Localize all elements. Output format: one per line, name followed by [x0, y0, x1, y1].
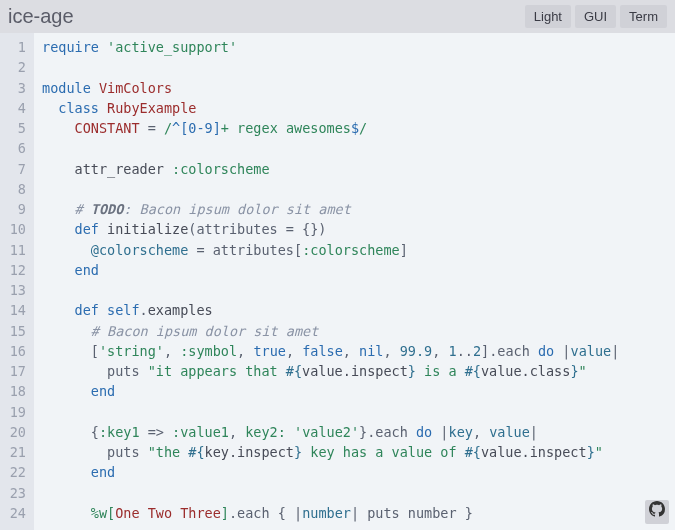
- code-line[interactable]: end: [42, 381, 619, 401]
- code-line[interactable]: [42, 138, 619, 158]
- token-punc: ..: [457, 343, 473, 359]
- code-line[interactable]: attr_reader :colorscheme: [42, 159, 619, 179]
- token-str: "the: [148, 444, 189, 460]
- token-kw: true: [253, 343, 286, 359]
- token-punc: = attributes[: [188, 242, 302, 258]
- code-line[interactable]: [42, 179, 619, 199]
- light-button[interactable]: Light: [525, 5, 571, 28]
- token-rgx: /: [164, 120, 172, 136]
- code-line[interactable]: def self.examples: [42, 300, 619, 320]
- token-punc: [42, 464, 91, 480]
- line-number: 17: [4, 361, 26, 381]
- token-punc: [42, 161, 75, 177]
- code-line[interactable]: %w[One Two Three].each { |number| puts n…: [42, 503, 619, 523]
- code-line[interactable]: puts "it appears that #{value.inspect} i…: [42, 361, 619, 381]
- code-line[interactable]: {:key1 => :value1, key2: 'value2'}.each …: [42, 422, 619, 442]
- token-punc: [42, 120, 75, 136]
- token-const: VimColors: [99, 80, 172, 96]
- token-punc: [99, 221, 107, 237]
- line-number: 13: [4, 280, 26, 300]
- token-rgx: ]: [221, 505, 229, 521]
- token-punc: [: [42, 343, 99, 359]
- code-line[interactable]: end: [42, 260, 619, 280]
- token-punc: ,: [343, 343, 359, 359]
- code-line[interactable]: end: [42, 462, 619, 482]
- code-line[interactable]: module VimColors: [42, 78, 619, 98]
- code-line[interactable]: [42, 402, 619, 422]
- token-rgxcl: ^[0-9]: [172, 120, 221, 136]
- token-rgxcl: $: [351, 120, 359, 136]
- token-punc: [42, 505, 91, 521]
- token-interp: }: [408, 363, 416, 379]
- code-line[interactable]: [42, 57, 619, 77]
- token-punc: (attributes = {}): [188, 221, 326, 237]
- token-kw: self: [107, 302, 140, 318]
- line-number: 2: [4, 57, 26, 77]
- github-icon: [649, 501, 665, 522]
- code-editor[interactable]: 123456789101112131415161718192021222324 …: [0, 33, 675, 530]
- code-line[interactable]: puts "the #{key.inspect} key has a value…: [42, 442, 619, 462]
- line-number: 7: [4, 159, 26, 179]
- token-sym: :key1: [99, 424, 140, 440]
- token-kw: class: [58, 100, 99, 116]
- code-line[interactable]: CONSTANT = /^[0-9]+ regex awesomes$/: [42, 118, 619, 138]
- token-todo: TODO: [91, 201, 124, 217]
- code-line[interactable]: [42, 280, 619, 300]
- code-line[interactable]: @colorscheme = attributes[:colorscheme]: [42, 240, 619, 260]
- token-const: One Two Three: [115, 505, 221, 521]
- line-number: 18: [4, 381, 26, 401]
- token-cmt: : Bacon ipsum dolor sit amet: [123, 201, 351, 217]
- line-number: 22: [4, 462, 26, 482]
- token-kw: nil: [359, 343, 383, 359]
- token-punc: {: [42, 424, 99, 440]
- token-kw: end: [91, 464, 115, 480]
- token-var: number: [302, 505, 351, 521]
- token-pipe: |: [351, 505, 359, 521]
- token-punc: ,: [286, 343, 302, 359]
- code-content[interactable]: require 'active_support' module VimColor…: [34, 33, 619, 530]
- token-punc: [42, 242, 91, 258]
- token-pipe: |: [294, 505, 302, 521]
- github-link[interactable]: [645, 500, 669, 524]
- code-line[interactable]: [42, 483, 619, 503]
- line-number-gutter: 123456789101112131415161718192021222324: [0, 33, 34, 530]
- token-ident: key.inspect: [205, 444, 294, 460]
- line-number: 11: [4, 240, 26, 260]
- token-punc: ,: [164, 343, 180, 359]
- code-line[interactable]: def initialize(attributes = {}): [42, 219, 619, 239]
- code-line[interactable]: # TODO: Bacon ipsum dolor sit amet: [42, 199, 619, 219]
- header-buttons: Light GUI Term: [525, 5, 667, 28]
- token-num: 99.9: [400, 343, 433, 359]
- line-number: 24: [4, 503, 26, 523]
- code-line[interactable]: ['string', :symbol, true, false, nil, 99…: [42, 341, 619, 361]
- token-interp: #{: [188, 444, 204, 460]
- line-number: 15: [4, 321, 26, 341]
- term-button[interactable]: Term: [620, 5, 667, 28]
- token-cmt: # Bacon ipsum dolor sit amet: [91, 323, 319, 339]
- token-const: RubyExample: [107, 100, 196, 116]
- code-line[interactable]: class RubyExample: [42, 98, 619, 118]
- token-punc: ,: [383, 343, 399, 359]
- token-var: key: [449, 424, 473, 440]
- line-number: 5: [4, 118, 26, 138]
- token-interp: #{: [465, 444, 481, 460]
- token-kw: false: [302, 343, 343, 359]
- token-kw: require: [42, 39, 99, 55]
- token-punc: [42, 201, 75, 217]
- token-str: ": [595, 444, 603, 460]
- token-var: value: [489, 424, 530, 440]
- header: ice-age Light GUI Term: [0, 0, 675, 33]
- token-ivar: @colorscheme: [91, 242, 189, 258]
- code-line[interactable]: # Bacon ipsum dolor sit amet: [42, 321, 619, 341]
- token-punc: ].each: [481, 343, 538, 359]
- token-str: ": [579, 363, 587, 379]
- token-punc: [99, 302, 107, 318]
- token-kw: module: [42, 80, 91, 96]
- token-sym: :symbol: [180, 343, 237, 359]
- token-str: 'active_support': [107, 39, 237, 55]
- token-pipe: |: [562, 343, 570, 359]
- code-line[interactable]: require 'active_support': [42, 37, 619, 57]
- gui-button[interactable]: GUI: [575, 5, 616, 28]
- token-punc: [164, 161, 172, 177]
- token-str: "it appears that: [148, 363, 286, 379]
